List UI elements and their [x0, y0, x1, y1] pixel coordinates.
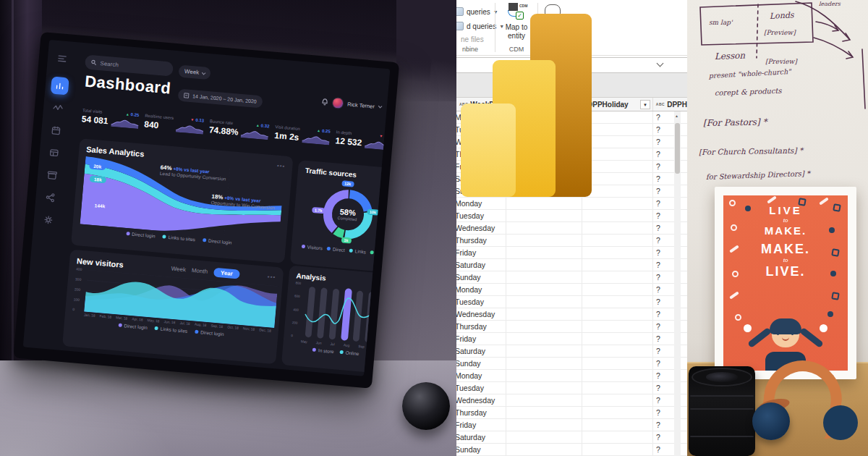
legend-dot-icon — [126, 232, 129, 235]
legend-item: Direct login — [118, 323, 148, 330]
tab-year[interactable]: Year — [213, 268, 240, 279]
metric-sparkline — [302, 131, 331, 148]
analysis-menu-button[interactable]: ••• — [379, 279, 388, 287]
sidebar-item-menu[interactable] — [53, 49, 72, 68]
legend-item: Links to sites — [162, 234, 195, 242]
table-row[interactable]: Sunday? — [456, 444, 687, 456]
metric-realtime-users: Realtime users840▼0.13 — [143, 114, 205, 138]
cell-dpph-error: ? — [653, 382, 687, 394]
table-row[interactable]: Wednesday? — [456, 222, 687, 235]
cell-blank — [506, 247, 582, 258]
formula-expand-chevron-icon[interactable] — [657, 60, 664, 67]
period-selector[interactable]: Week — [178, 64, 211, 80]
sidebar-item-share[interactable] — [41, 188, 60, 207]
column-header-dppholiday[interactable]: DPPHoliday ▼ — [583, 98, 653, 111]
cell-dppholiday — [582, 136, 653, 148]
traffic-menu-button[interactable]: ••• — [388, 174, 391, 182]
legend-item: Links to sites — [155, 326, 188, 334]
table-row[interactable]: Wednesday? — [456, 308, 687, 321]
bell-icon — [321, 97, 329, 106]
cell-dppholiday — [582, 185, 653, 197]
table-row[interactable]: Monday? — [456, 284, 687, 296]
table-row[interactable]: Sunday? — [456, 271, 687, 284]
cell-dppholiday — [582, 370, 653, 381]
y-tick: 0 — [291, 334, 297, 338]
tab-month[interactable]: Month — [192, 267, 208, 275]
table-row[interactable]: Sunday? — [456, 358, 687, 370]
sales-menu-button[interactable]: ••• — [277, 162, 286, 169]
cell-dppholiday — [582, 308, 653, 320]
cell-weekday: Saturday — [456, 431, 506, 443]
date-range-picker[interactable]: 14 Jan, 2020 – 20 Jan, 2020 — [178, 89, 263, 109]
table-row[interactable]: Saturday? — [456, 345, 687, 358]
column-header-dpph[interactable]: ABC DPPH — [653, 98, 687, 111]
whiteboard: leaders sm lap' Londs [Preview] Lesson [… — [687, 0, 868, 203]
analysis-legend: In storeOnline — [290, 345, 382, 358]
sidebar-item-settings[interactable] — [39, 211, 58, 229]
cell-dpph-error: ? — [653, 431, 687, 443]
table-row[interactable]: Friday? — [456, 247, 687, 259]
cell-dppholiday — [582, 358, 653, 369]
table-row[interactable]: Thursday? — [456, 235, 687, 247]
visitors-menu-button[interactable]: ••• — [267, 274, 276, 281]
scroll-up-icon[interactable]: ▲ — [675, 114, 678, 118]
cell-weekday: Saturday — [456, 345, 506, 357]
sidebar-item-archive[interactable] — [43, 166, 61, 185]
scrollbar-thumb[interactable] — [675, 123, 680, 174]
table-row[interactable]: Tuesday? — [456, 296, 687, 308]
legend-dot-icon — [118, 324, 122, 327]
table-row[interactable]: Monday? — [456, 198, 687, 210]
table-row[interactable]: Friday? — [456, 419, 687, 431]
table-row[interactable]: Thursday? — [456, 321, 687, 333]
funnel-chart: 20k 18k 144k 64% +8% vs last year Lead t… — [80, 156, 285, 241]
table-row[interactable]: Tuesday? — [456, 382, 687, 394]
sidebar-item-activity[interactable] — [48, 98, 67, 117]
table-row[interactable]: Thursday? — [456, 407, 687, 419]
sidebar-item-calendar[interactable] — [46, 121, 65, 140]
map-to-entity-button[interactable]: CDM ✓ Map to entity — [498, 2, 535, 40]
table-row[interactable]: Monday? — [456, 370, 687, 382]
cell-blank — [506, 431, 582, 443]
x-tick: Oct, 18 — [227, 325, 239, 329]
cell-weekday: Thursday — [456, 407, 506, 418]
notifications-button[interactable] — [321, 95, 330, 109]
metric-value: 54 081 — [81, 114, 109, 126]
cell-dppholiday — [582, 259, 653, 271]
table-row[interactable]: Wednesday? — [456, 394, 687, 407]
analysis-title: Analysis — [296, 271, 326, 282]
cell-blank — [506, 333, 582, 345]
table-row[interactable]: Friday? — [456, 333, 687, 345]
x-tick: Jan, 18 — [84, 313, 95, 317]
photo-corner-shadow — [396, 0, 456, 101]
table-row[interactable]: Saturday? — [456, 259, 687, 271]
y-tick: 200 — [75, 287, 81, 292]
poster: LIVE to MAKE. MAKE. to LIVE. — [723, 195, 848, 371]
traffic-sources-card: Traffic sources ••• 58% Completed 12k 10… — [290, 160, 390, 273]
sidebar-item-bar-chart[interactable] — [51, 76, 69, 95]
avatar[interactable] — [332, 97, 344, 109]
table-icon — [48, 148, 59, 159]
legend-item: Direct — [327, 246, 345, 253]
sidebar-item-table[interactable] — [45, 143, 64, 162]
user-menu-chevron-icon[interactable] — [378, 104, 383, 109]
legend-dot-icon — [195, 330, 198, 334]
legend-item: In store — [312, 347, 334, 355]
y-tick: 800 — [295, 281, 301, 285]
poster-frame: LIVE to MAKE. MAKE. to LIVE. — [715, 187, 856, 379]
poster-icon-scissors — [735, 314, 741, 321]
poster-icon-arrow — [767, 195, 777, 203]
filter-dropdown-icon[interactable]: ▼ — [640, 100, 650, 109]
cell-dppholiday — [582, 321, 653, 332]
photo-sphere — [402, 382, 450, 430]
cell-weekday: Sunday — [456, 358, 506, 369]
vertical-scrollbar[interactable]: ▲ — [674, 111, 681, 456]
metric-trend: ▲0.25 — [302, 127, 332, 148]
table-row[interactable]: Saturday? — [456, 431, 687, 444]
tab-week[interactable]: Week — [171, 266, 186, 274]
y-tick: 100 — [73, 297, 80, 302]
cell-blank — [506, 382, 582, 394]
page-title: Dashboard — [84, 72, 171, 98]
cell-dppholiday — [582, 382, 653, 394]
table-row[interactable]: Tuesday? — [456, 210, 687, 222]
x-tick: Jun — [316, 341, 322, 345]
